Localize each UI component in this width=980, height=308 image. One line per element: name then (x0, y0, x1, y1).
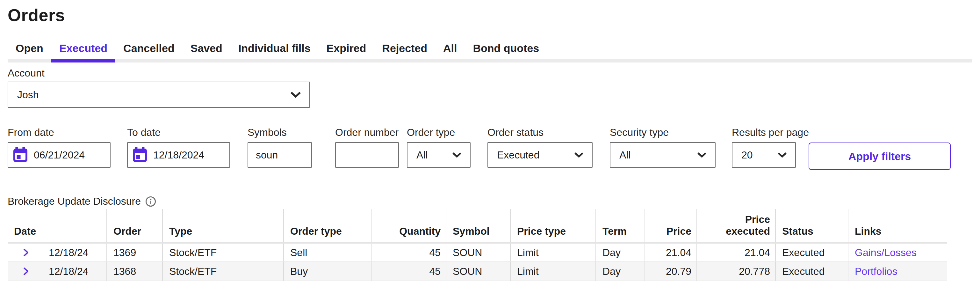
cell-date: 12/18/24 (49, 247, 89, 259)
header-status: Status (775, 209, 848, 243)
chevron-right-icon[interactable] (23, 267, 31, 276)
account-label: Account (8, 67, 972, 79)
from-date-label: From date (8, 126, 111, 138)
from-date-value: 06/21/2024 (34, 149, 85, 161)
chevron-right-icon[interactable] (23, 248, 31, 257)
filters-row: From date 06/21/2024 To date (8, 126, 972, 170)
order-type-value: All (417, 149, 428, 161)
to-date-value: 12/18/2024 (153, 149, 204, 161)
tab-all[interactable]: All (435, 41, 465, 59)
tab-rejected[interactable]: Rejected (374, 41, 435, 59)
orders-table: Date Order Type Order type Quantity Symb… (8, 209, 947, 281)
header-order-type: Order type (283, 209, 372, 243)
cell-type: Stock/ETF (162, 262, 283, 281)
cell-term: Day (596, 243, 645, 262)
tab-executed[interactable]: Executed (51, 41, 115, 59)
portfolios-link[interactable]: Portfolios (855, 266, 897, 277)
symbols-filter: Symbols (248, 126, 312, 168)
chevron-down-icon (697, 152, 706, 158)
cell-order-number: 1369 (107, 243, 162, 262)
chevron-down-icon (290, 91, 301, 98)
security-type-label: Security type (610, 126, 716, 138)
cell-quantity: 45 (372, 243, 446, 262)
results-per-page-filter: Results per page 20 (732, 126, 796, 168)
to-date-input[interactable]: 12/18/2024 (127, 142, 230, 168)
order-type-select[interactable]: All (407, 142, 471, 168)
order-number-label: Order number (335, 126, 399, 138)
apply-filters-container: Apply filters (808, 126, 951, 170)
order-row-1368: 12/18/24 1368 Stock/ETF Buy 45 SOUN Limi… (8, 262, 947, 281)
header-quantity: Quantity (372, 209, 446, 243)
order-status-value: Executed (497, 149, 539, 161)
orders-tab-bar: Open Executed Cancelled Saved Individual… (8, 41, 972, 62)
to-date-filter: To date 12/18/2024 (127, 126, 230, 168)
order-number-input[interactable] (335, 142, 399, 168)
cell-price: 20.79 (645, 262, 697, 281)
orders-page: Orders Open Executed Cancelled Saved Ind… (0, 5, 980, 281)
header-type: Type (162, 209, 283, 243)
info-icon[interactable] (145, 196, 156, 207)
header-price-type: Price type (511, 209, 596, 243)
orders-header-row: Date Order Type Order type Quantity Symb… (8, 209, 947, 243)
order-status-label: Order status (487, 126, 593, 138)
cell-status: Executed (775, 243, 848, 262)
chevron-down-icon (777, 152, 787, 158)
apply-filters-button[interactable]: Apply filters (808, 142, 951, 170)
order-number-filter: Order number (335, 126, 399, 168)
chevron-down-icon (574, 152, 584, 158)
to-date-label: To date (127, 126, 230, 138)
tab-cancelled[interactable]: Cancelled (115, 41, 183, 59)
cell-symbol: SOUN (446, 262, 511, 281)
gains-losses-link[interactable]: Gains/Losses (855, 247, 916, 258)
results-per-page-select[interactable]: 20 (732, 142, 796, 168)
order-type-label: Order type (407, 126, 471, 138)
from-date-input[interactable]: 06/21/2024 (8, 142, 111, 168)
cell-price: 21.04 (645, 243, 697, 262)
cell-price-type: Limit (511, 262, 596, 281)
cell-price-type: Limit (511, 243, 596, 262)
order-type-filter: Order type All (407, 126, 471, 168)
order-row-1369: 12/18/24 1369 Stock/ETF Sell 45 SOUN Lim… (8, 243, 947, 262)
cell-quantity: 45 (372, 262, 446, 281)
tab-saved[interactable]: Saved (183, 41, 230, 59)
calendar-icon (132, 147, 148, 163)
brokerage-disclosure: Brokerage Update Disclosure (8, 195, 972, 207)
cell-price-executed: 20.778 (697, 262, 775, 281)
cell-order-type: Buy (283, 262, 372, 281)
from-date-filter: From date 06/21/2024 (8, 126, 111, 168)
header-term: Term (596, 209, 645, 243)
cell-price-executed: 21.04 (697, 243, 775, 262)
tab-bond-quotes[interactable]: Bond quotes (465, 41, 547, 59)
cell-symbol: SOUN (446, 243, 511, 262)
page-title: Orders (8, 5, 972, 25)
cell-date: 12/18/24 (49, 266, 89, 278)
cell-type: Stock/ETF (162, 243, 283, 262)
security-type-value: All (619, 149, 631, 161)
cell-status: Executed (775, 262, 848, 281)
chevron-down-icon (452, 152, 461, 158)
order-status-filter: Order status Executed (487, 126, 593, 168)
order-status-select[interactable]: Executed (487, 142, 593, 168)
tab-open[interactable]: Open (8, 41, 51, 59)
disclosure-text: Brokerage Update Disclosure (8, 195, 141, 207)
account-select[interactable]: Josh (8, 81, 310, 108)
security-type-filter: Security type All (610, 126, 716, 168)
security-type-select[interactable]: All (610, 142, 716, 168)
header-symbol: Symbol (446, 209, 511, 243)
header-links: Links (848, 209, 947, 243)
results-per-page-value: 20 (741, 149, 753, 161)
calendar-icon (13, 147, 28, 163)
header-date: Date (8, 209, 107, 243)
header-price-executed: Price executed (697, 209, 775, 243)
account-select-value: Josh (17, 89, 39, 101)
cell-order-number: 1368 (107, 262, 162, 281)
cell-order-type: Sell (283, 243, 372, 262)
cell-term: Day (596, 262, 645, 281)
header-price: Price (645, 209, 697, 243)
tab-expired[interactable]: Expired (318, 41, 374, 59)
tab-individual-fills[interactable]: Individual fills (230, 41, 318, 59)
symbols-label: Symbols (248, 126, 312, 138)
results-per-page-label: Results per page (732, 126, 796, 138)
symbols-input[interactable] (248, 142, 312, 168)
header-order: Order (107, 209, 162, 243)
